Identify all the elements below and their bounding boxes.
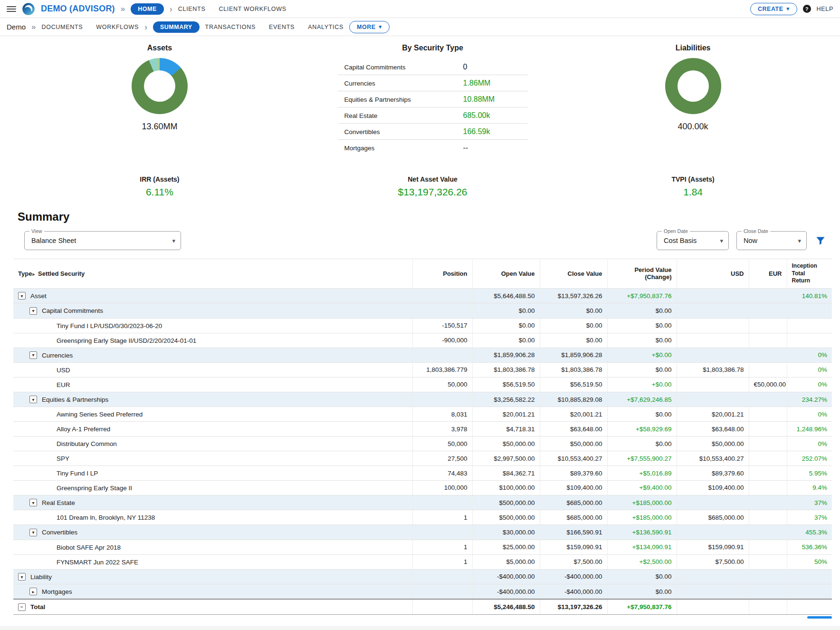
table-row[interactable]: FYNSMART Jun 2022 SAFE1$5,000.00$7,500.0…	[13, 554, 832, 569]
horizontal-scrollbar-thumb[interactable]	[807, 616, 832, 619]
open-date-select[interactable]: Open Date Cost Basis ▾	[657, 231, 729, 250]
nav-item-transactions[interactable]: TRANSACTIONS	[205, 24, 256, 30]
table-row[interactable]: Tiny Fund I LP/USD/0/30/2023-06-20-150,5…	[13, 318, 832, 333]
entity-name: Demo	[7, 23, 26, 31]
cell-period-value: +$134,090.91	[607, 540, 677, 554]
column-header-usd[interactable]: USD	[677, 259, 749, 289]
app-logo-icon[interactable]	[22, 2, 35, 16]
table-row[interactable]: EUR50,000$56,519.50$56,519.50+$0.00€50,0…	[13, 377, 832, 392]
collapse-icon[interactable]: ▾	[29, 351, 37, 359]
cell-period-value: $0.00	[607, 333, 677, 348]
menu-icon[interactable]	[7, 6, 16, 12]
nav-item-analytics[interactable]: ANALYTICS	[308, 24, 344, 30]
nav-item-summary-active[interactable]: SUMMARY	[153, 21, 200, 33]
cell-inception-return	[787, 584, 832, 600]
table-row[interactable]: ▾Equities & Partnerships$3,256,582.22$10…	[13, 392, 832, 407]
cell-period-value: +$136,590.91	[607, 525, 677, 540]
table-row[interactable]: ▾Real Estate$500,000.00$685,000.00+$185,…	[13, 495, 832, 510]
security-type-row: Real Estate685.00k	[338, 107, 528, 124]
header-type-label: Type	[18, 270, 32, 277]
collapse-icon[interactable]: ▾	[29, 307, 37, 315]
nav-item-client-workflows[interactable]: CLIENT WORKFLOWS	[219, 6, 286, 12]
collapse-icon[interactable]: ▾	[29, 396, 37, 403]
collapse-icon[interactable]: ▾	[29, 499, 37, 506]
cell-period-value: +$7,950,837.76	[607, 599, 677, 614]
nav-item-home[interactable]: HOME	[131, 3, 164, 15]
column-header-eur[interactable]: EUR	[749, 259, 787, 289]
table-row[interactable]: Tiny Fund I LP74,483$84,362.71$89,379.60…	[13, 466, 832, 481]
cell-eur	[749, 422, 787, 436]
create-button[interactable]: CREATE ▾	[750, 3, 797, 15]
table-row[interactable]: ▾Asset$5,646,488.50$13,597,326.26+$7,950…	[13, 288, 832, 303]
table-row[interactable]: Awning Series Seed Preferred8,031$20,001…	[13, 407, 832, 422]
table-row[interactable]: Distributary Common50,000$50,000.00$50,0…	[13, 436, 832, 451]
table-row[interactable]: ▾Capital Commitments$0.00$0.00$0.00	[13, 303, 832, 318]
cell-inception-return: 50%	[787, 554, 832, 569]
filter-icon[interactable]	[814, 234, 827, 247]
nav-item-clients[interactable]: CLIENTS	[178, 6, 206, 12]
column-header-period-value[interactable]: Period Value (Change)	[607, 259, 677, 289]
breadcrumb-chevrons-icon: »	[31, 22, 36, 32]
help-icon[interactable]: ?	[803, 5, 811, 13]
row-label: Total	[30, 603, 45, 611]
nav-item-workflows[interactable]: WORKFLOWS	[96, 24, 139, 30]
table-row[interactable]: USD1,803,386.779$1,803,386.78$1,803,386.…	[13, 362, 832, 377]
table-row[interactable]: −Total$5,246,488.50$13,197,326.26+$7,950…	[13, 599, 832, 614]
cell-close-value: $685,000.00	[540, 495, 607, 510]
breadcrumb-chevron-icon: ›	[170, 5, 172, 13]
row-label: EUR	[57, 381, 70, 388]
nav-item-events[interactable]: EVENTS	[269, 24, 295, 30]
cell-period-value: +$7,950,837.76	[607, 288, 677, 303]
security-type-label: Equities & Partnerships	[344, 96, 463, 103]
cell-inception-return: 0%	[787, 362, 832, 377]
column-header-type-security[interactable]: Type▸ Settled Security	[13, 259, 412, 289]
security-type-label: Real Estate	[344, 112, 463, 119]
column-header-open-value[interactable]: Open Value	[472, 259, 540, 289]
table-row[interactable]: ▸Mortgages-$400,000.00-$400,000.00$0.00	[13, 584, 832, 600]
summary-controls: View Balance Sheet ▾ Open Date Cost Basi…	[0, 231, 840, 250]
cell-position: 1	[412, 540, 472, 554]
view-select[interactable]: View Balance Sheet ▾	[24, 231, 181, 250]
cell-inception-return	[787, 333, 832, 348]
table-row[interactable]: ▾Liability-$400,000.00-$400,000.00$0.00	[13, 569, 832, 584]
donut-hole	[144, 70, 175, 102]
cell-close-value: $89,379.60	[540, 466, 607, 481]
table-row[interactable]: Greenspring Early Stage II100,000$100,00…	[13, 480, 832, 495]
table-row[interactable]: SPY27,500$2,997,500.00$10,553,400.27+$7,…	[13, 451, 832, 466]
table-row[interactable]: ▾Currencies$1,859,906.28$1,859,906.28+$0…	[13, 348, 832, 362]
cell-inception-return: 0%	[787, 377, 832, 392]
open-date-select-label: Open Date	[662, 228, 690, 234]
row-label: Awning Series Seed Preferred	[57, 411, 143, 418]
table-row[interactable]: Alloy A-1 Preferred3,978$4,718.31$63,648…	[13, 422, 832, 436]
cell-close-value: $1,803,386.78	[540, 362, 607, 377]
table-row[interactable]: Biobot SAFE Apr 20181$25,000.00$159,090.…	[13, 540, 832, 554]
cell-period-value: +$9,400.00	[607, 480, 677, 495]
help-link[interactable]: HELP	[817, 6, 833, 12]
close-date-select[interactable]: Close Date Now ▾	[736, 231, 807, 250]
column-header-close-value[interactable]: Close Value	[540, 259, 607, 289]
cell-inception-return: 455.3%	[787, 525, 832, 540]
column-header-position[interactable]: Position	[412, 259, 472, 289]
cell-usd: $109,400.00	[677, 480, 749, 495]
nav-item-documents[interactable]: DOCUMENTS	[41, 24, 83, 30]
table-row[interactable]: 101 Dream ln, Brooklyn, NY 112381$500,00…	[13, 510, 832, 525]
collapse-all-icon[interactable]: −	[18, 603, 26, 611]
more-button[interactable]: MORE ▾	[349, 21, 390, 33]
cell-inception-return: 252.07%	[787, 451, 832, 466]
cell-period-value: +$0.00	[607, 348, 677, 362]
table-row[interactable]: ▾Convertibles$30,000.00$166,590.91+$136,…	[13, 525, 832, 540]
cell-usd: $1,803,386.78	[677, 362, 749, 377]
expand-icon[interactable]: ▸	[29, 588, 37, 595]
collapse-icon[interactable]: ▾	[18, 573, 26, 581]
column-header-inception-return[interactable]: Inception Total Return	[787, 259, 832, 289]
cell-eur	[749, 599, 787, 614]
cell-eur	[749, 362, 787, 377]
cell-usd: $7,500.00	[677, 554, 749, 569]
cell-period-value: +$58,929.69	[607, 422, 677, 436]
liabilities-title: Liabilities	[676, 44, 711, 52]
collapse-icon[interactable]: ▾	[29, 529, 37, 536]
metric-value: 1.84	[683, 186, 703, 198]
cell-position	[412, 303, 472, 318]
collapse-icon[interactable]: ▾	[18, 292, 26, 300]
table-row[interactable]: Greenspring Early Stage II/USD/2/20/2024…	[13, 333, 832, 348]
